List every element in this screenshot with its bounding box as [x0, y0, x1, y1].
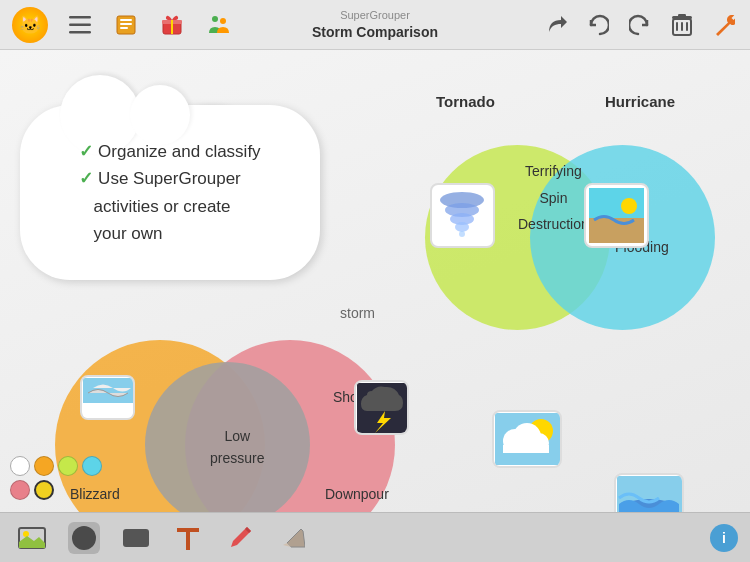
venn-top-center-text: Terrifying Spin Destruction: [518, 158, 589, 238]
svg-rect-0: [69, 16, 91, 19]
instructions-cloud: ✓ Organize and classify ✓ Use SuperGroup…: [20, 105, 320, 280]
svg-point-21: [455, 222, 469, 232]
book-icon[interactable]: [112, 11, 140, 39]
rectangle-tool-button[interactable]: [120, 522, 152, 554]
circle-tool-button[interactable]: [68, 522, 100, 554]
tornado-image: [430, 183, 495, 248]
text-terrifying: Terrifying: [518, 158, 589, 185]
suncloud-image: [492, 410, 562, 468]
redo-icon[interactable]: [626, 11, 654, 39]
text-spin: Spin: [518, 185, 589, 212]
svg-rect-4: [120, 19, 132, 21]
color-green[interactable]: [58, 456, 78, 476]
toolbar-center: SuperGrouper Storm Comparison: [312, 8, 438, 40]
app-logo[interactable]: 🐱: [12, 7, 48, 43]
app-name: SuperGrouper: [312, 8, 438, 22]
wrench-icon[interactable]: [710, 11, 738, 39]
image-tool-button[interactable]: [16, 522, 48, 554]
svg-point-10: [212, 16, 218, 22]
toolbar-right: [542, 11, 738, 39]
gift-icon[interactable]: [158, 11, 186, 39]
text-low-pressure: Low pressure: [210, 425, 264, 470]
bottom-toolbar: i: [0, 512, 750, 562]
svg-rect-35: [503, 445, 549, 453]
color-white[interactable]: [10, 456, 30, 476]
svg-rect-6: [120, 27, 128, 29]
text-destruction: Destruction: [518, 211, 589, 238]
text-downpour: Downpour: [325, 482, 389, 507]
svg-point-22: [459, 231, 465, 237]
text-storm: storm: [340, 305, 375, 321]
eraser-tool-button[interactable]: [276, 522, 308, 554]
thunder-image: [354, 380, 409, 435]
color-orange[interactable]: [34, 456, 54, 476]
svg-rect-13: [676, 22, 678, 31]
top-toolbar: 🐱 SuperGrouper Storm Comparison: [0, 0, 750, 50]
svg-rect-41: [123, 529, 149, 547]
svg-rect-27: [83, 403, 133, 418]
svg-rect-15: [686, 22, 688, 31]
main-canvas: ✓ Organize and classify ✓ Use SuperGroup…: [0, 50, 750, 512]
text-tool-button[interactable]: [172, 522, 204, 554]
svg-point-40: [72, 526, 96, 550]
color-yellow[interactable]: [34, 480, 54, 500]
menu-icon[interactable]: [66, 11, 94, 39]
person-icon[interactable]: [204, 11, 232, 39]
color-palette: [10, 456, 110, 500]
wave-image: [614, 473, 684, 512]
svg-rect-2: [69, 31, 91, 34]
svg-rect-17: [678, 14, 686, 17]
toolbar-left: 🐱: [12, 7, 232, 43]
hurricane-image: [584, 183, 649, 248]
pen-tool-button[interactable]: [224, 522, 256, 554]
svg-point-11: [220, 18, 226, 24]
label-hurricane: Hurricane: [605, 93, 675, 110]
svg-rect-9: [171, 20, 173, 34]
blizzard-image: [80, 375, 135, 420]
trash-icon[interactable]: [668, 11, 696, 39]
doc-title: Storm Comparison: [312, 23, 438, 41]
svg-rect-14: [681, 22, 683, 31]
info-button[interactable]: i: [710, 524, 738, 552]
svg-point-25: [621, 198, 637, 214]
instructions-text: ✓ Organize and classify ✓ Use SuperGroup…: [79, 138, 260, 247]
color-pink[interactable]: [10, 480, 30, 500]
color-cyan[interactable]: [82, 456, 102, 476]
share-icon[interactable]: [542, 11, 570, 39]
label-tornado: Tornado: [436, 93, 495, 110]
undo-icon[interactable]: [584, 11, 612, 39]
svg-rect-1: [69, 23, 91, 26]
svg-rect-5: [120, 23, 132, 25]
svg-point-39: [23, 531, 29, 537]
